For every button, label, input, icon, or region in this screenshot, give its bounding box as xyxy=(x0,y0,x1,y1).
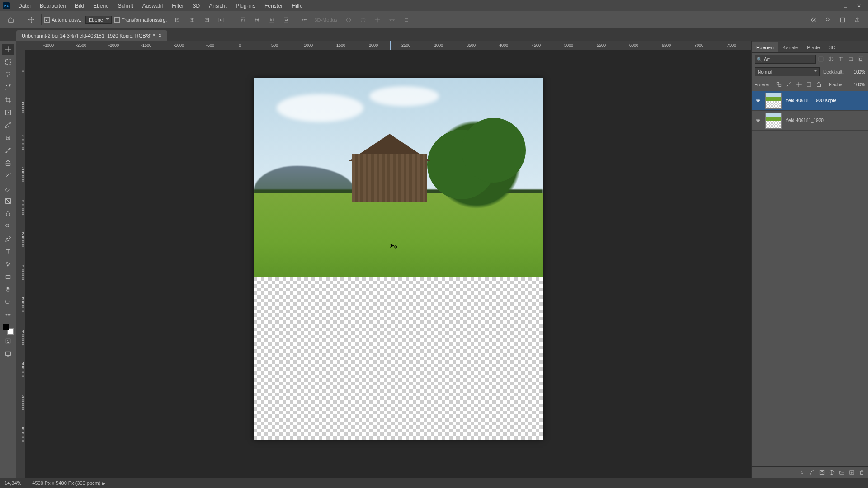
brush-tool[interactable] xyxy=(2,145,14,156)
auto-select-target-dropdown[interactable]: Ebene xyxy=(85,16,112,24)
cloud-docs-icon[interactable] xyxy=(807,14,820,26)
layer-group-icon[interactable] xyxy=(837,468,846,477)
pen-tool[interactable] xyxy=(2,234,14,244)
panel-tab-3d[interactable]: 3D xyxy=(825,42,840,52)
align-vcenter-icon[interactable] xyxy=(251,14,264,26)
canvas-stage[interactable]: ➤ xyxy=(25,50,751,478)
lasso-tool[interactable] xyxy=(2,69,14,80)
blend-mode-dropdown[interactable]: Normal xyxy=(755,67,820,76)
align-left-icon[interactable] xyxy=(171,14,184,26)
panel-tab-ebenen[interactable]: Ebenen xyxy=(752,42,778,52)
panel-tab-kanäle[interactable]: Kanäle xyxy=(778,42,802,52)
lock-all-icon[interactable] xyxy=(814,80,823,89)
menu-bild[interactable]: Bild xyxy=(71,3,89,9)
document-canvas[interactable]: ➤ xyxy=(254,78,543,440)
menu-bearbeiten[interactable]: Bearbeiten xyxy=(35,3,71,9)
gradient-tool[interactable] xyxy=(2,196,14,206)
search-icon[interactable] xyxy=(822,14,835,26)
home-icon[interactable] xyxy=(5,14,17,26)
status-zoom[interactable]: 14,34% xyxy=(5,480,21,486)
ruler-vertical[interactable]: 0500100015002000250030003500400045005000… xyxy=(16,41,25,478)
close-icon[interactable]: × xyxy=(159,33,162,39)
menu-schrift[interactable]: Schrift xyxy=(113,3,138,9)
frame-tool[interactable] xyxy=(2,107,14,118)
window-close-button[interactable]: ✕ xyxy=(853,2,865,10)
align-bottom-icon[interactable] xyxy=(265,14,278,26)
align-top-icon[interactable] xyxy=(236,14,249,26)
layer-filter-search[interactable]: 🔍 Art xyxy=(755,55,816,64)
type-tool[interactable] xyxy=(2,246,14,257)
zoom-tool[interactable] xyxy=(2,297,14,308)
layer-row[interactable]: 👁field-406181_1920 xyxy=(752,111,868,131)
more-align-options-icon[interactable] xyxy=(298,14,311,26)
layer-thumbnail[interactable] xyxy=(765,93,782,109)
menu-filter[interactable]: Filter xyxy=(167,3,189,9)
transform-controls-checkbox[interactable] xyxy=(114,17,120,23)
blur-tool[interactable] xyxy=(2,208,14,219)
screenmode-icon[interactable] xyxy=(2,348,14,359)
layer-thumbnail[interactable] xyxy=(765,113,782,129)
filter-type-icon[interactable] xyxy=(836,55,845,64)
filter-adjustment-icon[interactable] xyxy=(826,55,835,64)
eyedropper-tool[interactable] xyxy=(2,120,14,131)
lock-artboard-icon[interactable] xyxy=(804,80,813,89)
align-right-icon[interactable] xyxy=(200,14,213,26)
layer-visibility-icon[interactable]: 👁 xyxy=(754,118,763,123)
link-layers-icon[interactable] xyxy=(797,468,807,477)
filter-pixel-icon[interactable] xyxy=(816,55,826,64)
filter-shape-icon[interactable] xyxy=(846,55,855,64)
new-layer-icon[interactable] xyxy=(847,468,856,477)
menu-ebene[interactable]: Ebene xyxy=(89,3,113,9)
delete-layer-icon[interactable] xyxy=(857,468,866,477)
document-tab[interactable]: Unbenannt-2 bei 14,3% (field-406181_1920… xyxy=(16,30,167,41)
auto-select-checkbox[interactable] xyxy=(44,17,50,23)
window-maximize-button[interactable]: □ xyxy=(839,2,852,10)
share-icon[interactable] xyxy=(851,14,863,26)
lock-pixels-icon[interactable] xyxy=(784,80,793,89)
menu-datei[interactable]: Datei xyxy=(14,3,35,9)
ruler-horizontal[interactable]: -3000-2500-2000-1500-1000-50005001000150… xyxy=(25,41,751,50)
menu-auswahl[interactable]: Auswahl xyxy=(138,3,167,9)
magic-wand-tool[interactable] xyxy=(2,82,14,93)
move-tool[interactable] xyxy=(2,44,14,55)
lock-transparency-icon[interactable] xyxy=(774,80,783,89)
opacity-value[interactable]: 100% xyxy=(845,70,865,75)
distribute-horizontal-icon[interactable] xyxy=(215,14,227,26)
menu-ansicht[interactable]: Ansicht xyxy=(204,3,231,9)
eraser-tool[interactable] xyxy=(2,183,14,194)
crop-tool[interactable] xyxy=(2,94,14,105)
clone-stamp-tool[interactable] xyxy=(2,158,14,169)
window-minimize-button[interactable]: — xyxy=(826,2,838,10)
path-selection-tool[interactable] xyxy=(2,259,14,270)
adjustment-layer-icon[interactable] xyxy=(827,468,836,477)
menu-hilfe[interactable]: Hilfe xyxy=(288,3,307,9)
healing-brush-tool[interactable] xyxy=(2,132,14,143)
status-doc-info[interactable]: 4500 Px x 5400 Px (300 ppcm)▶ xyxy=(32,480,105,486)
move-tool-icon[interactable] xyxy=(25,14,38,26)
workspace-switcher-icon[interactable] xyxy=(836,14,849,26)
quickmask-icon[interactable] xyxy=(2,336,14,347)
layer-style-icon[interactable] xyxy=(807,468,816,477)
lock-position-icon[interactable] xyxy=(794,80,803,89)
foreground-color-swatch[interactable] xyxy=(3,324,9,330)
color-swatches[interactable] xyxy=(3,324,14,335)
filter-smartobject-icon[interactable] xyxy=(856,55,865,64)
layer-name[interactable]: field-406181_1920 xyxy=(784,118,866,123)
panel-tab-pfade[interactable]: Pfade xyxy=(802,42,825,52)
align-hcenter-icon[interactable] xyxy=(186,14,198,26)
rectangle-tool[interactable] xyxy=(2,272,14,282)
menu-fenster[interactable]: Fenster xyxy=(260,3,288,9)
edit-toolbar-icon[interactable] xyxy=(2,310,14,320)
menu-plug-ins[interactable]: Plug-ins xyxy=(231,3,260,9)
layer-mask-icon[interactable] xyxy=(817,468,826,477)
hand-tool[interactable] xyxy=(2,284,14,295)
layer-visibility-icon[interactable]: 👁 xyxy=(754,98,763,103)
menu-3d[interactable]: 3D xyxy=(189,3,204,9)
marquee-tool[interactable] xyxy=(2,56,14,67)
layer-name[interactable]: field-406181_1920 Kopie xyxy=(784,98,866,103)
layer-row[interactable]: 👁field-406181_1920 Kopie xyxy=(752,91,868,111)
dodge-tool[interactable] xyxy=(2,221,14,232)
history-brush-tool[interactable] xyxy=(2,170,14,181)
fill-value[interactable]: 100% xyxy=(845,82,865,87)
distribute-vertical-icon[interactable] xyxy=(280,14,292,26)
